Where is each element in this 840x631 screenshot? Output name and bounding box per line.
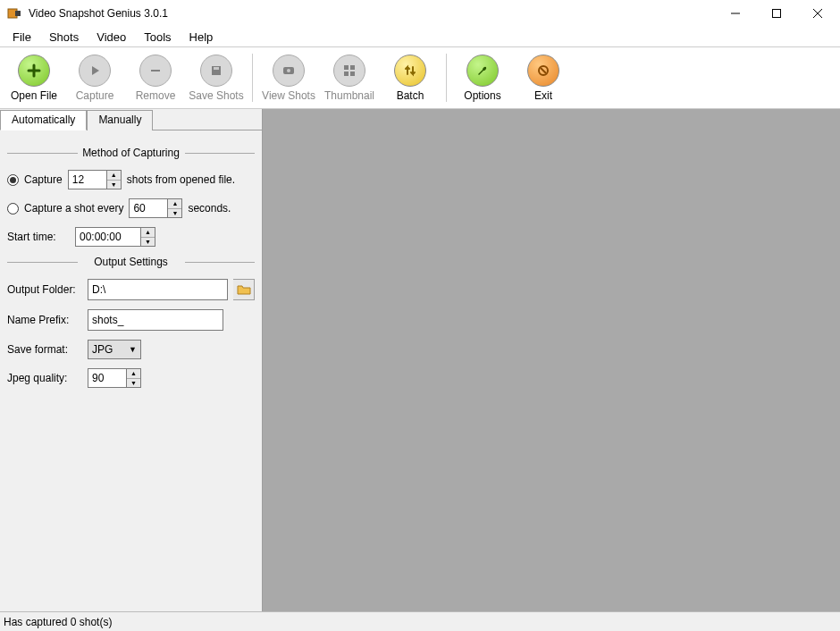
tool-label: Open File (11, 89, 57, 102)
shot-count-stepper[interactable]: 12 ▲▼ (68, 170, 122, 189)
svg-rect-1 (15, 11, 21, 16)
menu-help[interactable]: Help (181, 29, 223, 46)
interval-stepper[interactable]: 60 ▲▼ (129, 198, 182, 218)
spin-down[interactable]: ▼ (141, 238, 155, 247)
tool-label: Batch (397, 89, 424, 102)
spin-down[interactable]: ▼ (168, 209, 181, 218)
shot-count-value[interactable]: 12 (68, 170, 107, 189)
exit-button[interactable]: Exit (513, 51, 574, 105)
tool-label: Save Shots (189, 89, 243, 102)
save-shots-button[interactable]: Save Shots (186, 51, 247, 105)
close-button[interactable] (797, 0, 838, 27)
save-format-select[interactable]: JPG ▼ (88, 340, 141, 359)
spin-buttons[interactable]: ▲▼ (127, 368, 141, 388)
svg-point-10 (287, 69, 290, 72)
window-controls (715, 0, 838, 27)
content-area: Automatically Manually Method of Capturi… (0, 109, 840, 611)
capture-interval-row: Capture a shot every 60 ▲▼ seconds. (7, 198, 255, 218)
folder-icon (237, 283, 251, 296)
capture-interval-radio[interactable] (7, 203, 19, 215)
jpeg-quality-stepper[interactable]: 90 ▲▼ (88, 368, 141, 388)
tabs: Automatically Manually (0, 109, 262, 130)
interval-value[interactable]: 60 (129, 198, 168, 218)
menu-video[interactable]: Video (88, 29, 135, 46)
jpeg-quality-value[interactable]: 90 (88, 368, 127, 388)
group-output: Output Settings (7, 256, 255, 268)
menu-tools[interactable]: Tools (135, 29, 180, 46)
tool-label: Remove (136, 89, 176, 102)
toolbar-separator (252, 54, 253, 102)
chevron-down-icon: ▼ (129, 345, 137, 354)
status-text: Has captured 0 shot(s) (4, 616, 112, 628)
capture-button[interactable]: Capture (64, 51, 125, 105)
tool-label: View Shots (262, 89, 315, 102)
start-time-value[interactable]: 00:00:00 (75, 227, 141, 247)
label: Capture a shot every (24, 202, 123, 215)
spin-down[interactable]: ▼ (107, 181, 121, 189)
jpeg-quality-label: Jpeg quality: (7, 372, 82, 384)
name-prefix-row: Name Prefix: (7, 309, 255, 331)
svg-rect-13 (344, 72, 349, 76)
spin-down[interactable]: ▼ (127, 379, 140, 388)
browse-folder-button[interactable] (233, 279, 255, 300)
window-title: Video Snapshot Genius 3.0.1 (29, 7, 715, 20)
output-folder-field[interactable]: D:\ (88, 279, 228, 300)
capture-count-radio[interactable] (7, 174, 19, 186)
app-icon (7, 6, 21, 21)
titlebar: Video Snapshot Genius 3.0.1 (0, 0, 840, 27)
label: seconds. (188, 202, 231, 215)
spin-buttons[interactable]: ▲▼ (141, 227, 155, 247)
start-time-label: Start time: (7, 231, 70, 243)
eye-icon (273, 55, 305, 87)
spin-buttons[interactable]: ▲▼ (168, 198, 182, 218)
tab-label: Automatically (12, 114, 75, 126)
svg-rect-12 (350, 65, 355, 70)
open-file-button[interactable]: Open File (4, 51, 64, 105)
x-icon (527, 55, 559, 87)
left-panel: Automatically Manually Method of Capturi… (0, 109, 263, 611)
menubar: File Shots Video Tools Help (0, 27, 840, 46)
start-time-row: Start time: 00:00:00 ▲▼ (7, 227, 255, 247)
preview-panel (263, 109, 840, 611)
toolbar-separator (446, 54, 447, 102)
spin-up[interactable]: ▲ (141, 228, 155, 238)
spin-up[interactable]: ▲ (168, 199, 181, 209)
tab-automatically[interactable]: Automatically (0, 110, 87, 130)
save-format-row: Save format: JPG ▼ (7, 340, 255, 359)
statusbar: Has captured 0 shot(s) (0, 611, 840, 631)
thumbnail-button[interactable]: Thumbnail (319, 51, 380, 105)
disk-icon (200, 55, 232, 87)
minimize-button[interactable] (715, 0, 756, 27)
menu-file[interactable]: File (4, 29, 40, 46)
capture-count-row: Capture 12 ▲▼ shots from opened file. (7, 170, 255, 189)
tool-label: Capture (76, 89, 114, 102)
svg-rect-3 (773, 10, 781, 18)
spin-buttons[interactable]: ▲▼ (107, 170, 122, 189)
batch-button[interactable]: Batch (380, 51, 441, 105)
remove-button[interactable]: Remove (125, 51, 186, 105)
jpeg-quality-row: Jpeg quality: 90 ▲▼ (7, 368, 255, 388)
maximize-button[interactable] (756, 0, 797, 27)
view-shots-button[interactable]: View Shots (258, 51, 319, 105)
toolbar: Open File Capture Remove Save Shots View… (0, 46, 840, 109)
svg-rect-11 (344, 65, 349, 70)
start-time-stepper[interactable]: 00:00:00 ▲▼ (75, 227, 155, 247)
label: Capture (24, 173, 63, 186)
spin-up[interactable]: ▲ (107, 171, 121, 181)
save-format-value: JPG (92, 343, 113, 356)
menu-shots[interactable]: Shots (40, 29, 88, 46)
tab-manually[interactable]: Manually (87, 110, 153, 130)
label: shots from opened file. (127, 173, 235, 186)
svg-rect-6 (151, 70, 160, 72)
group-capturing: Method of Capturing (7, 147, 255, 159)
tool-label: Thumbnail (324, 89, 374, 102)
svg-rect-14 (350, 72, 355, 76)
spin-up[interactable]: ▲ (127, 369, 140, 379)
svg-rect-8 (214, 67, 219, 70)
name-prefix-field[interactable] (88, 309, 223, 331)
save-format-label: Save format: (7, 343, 82, 356)
grid-icon (333, 55, 365, 87)
tab-label: Manually (98, 114, 141, 126)
options-button[interactable]: Options (452, 51, 513, 105)
tab-body: Method of Capturing Capture 12 ▲▼ shots … (0, 130, 262, 611)
